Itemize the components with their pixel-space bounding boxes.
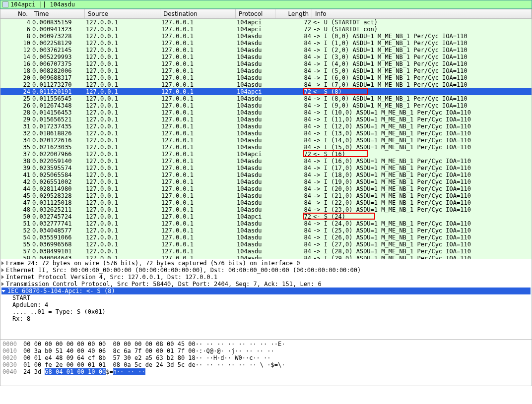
- packet-bytes-pane[interactable]: 000000 00 00 00 00 00 00 00 00 00 00 00 …: [0, 340, 532, 386]
- tree-tcp[interactable]: Transmission Control Protocol, Src Port:…: [1, 281, 531, 288]
- packet-row[interactable]: 320.018618826127.0.0.1127.0.0.1104asdu84…: [0, 130, 532, 137]
- packet-row[interactable]: 480.032625211127.0.0.1127.0.0.1104asdu84…: [0, 206, 532, 213]
- display-filter-input[interactable]: [10, 1, 530, 8]
- hex-row[interactable]: 000000 00 00 00 00 00 00 00 00 00 00 00 …: [2, 341, 530, 347]
- packet-row[interactable]: 280.014156453127.0.0.1127.0.0.1104asdu84…: [0, 109, 532, 116]
- collapse-icon[interactable]: [1, 290, 5, 292]
- packet-row[interactable]: 120.003762145127.0.0.1127.0.0.1104asdu84…: [0, 47, 532, 54]
- packet-row[interactable]: 220.011273270127.0.0.1127.0.0.1104asdu84…: [0, 81, 532, 88]
- packet-row[interactable]: 140.005229993127.0.0.1127.0.0.1104asdu84…: [0, 54, 532, 60]
- hex-row[interactable]: 001000 3a b0 51 40 00 40 06 8c 6a 7f 00 …: [2, 347, 530, 354]
- tree-sub-apdulen[interactable]: ApduLen: 4: [12, 301, 531, 308]
- tree-ethernet[interactable]: Ethernet II, Src: 00:00:00_00:00:00 (00:…: [1, 267, 531, 274]
- packet-row[interactable]: 540.035591066127.0.0.1127.0.0.1104asdu84…: [0, 234, 532, 241]
- expand-icon[interactable]: [1, 282, 4, 286]
- packet-row[interactable]: 370.022007966127.0.0.1127.0.0.1104apci72…: [0, 151, 532, 158]
- packet-row[interactable]: 40.000835159127.0.0.1127.0.0.1104apci72<…: [0, 19, 532, 26]
- col-protocol[interactable]: Protocol: [236, 9, 275, 18]
- packet-row[interactable]: 100.002258129127.0.0.1127.0.0.1104asdu84…: [0, 40, 532, 47]
- packet-row[interactable]: 350.021623035127.0.0.1127.0.0.1104asdu84…: [0, 144, 532, 151]
- tree-frame[interactable]: Frame 24: 72 bytes on wire (576 bits), 7…: [1, 260, 531, 267]
- tree-label: Ethernet II, Src: 00:00:00_00:00:00 (00:…: [6, 267, 361, 274]
- packet-row[interactable]: 580.040004643127.0.0.1127.0.0.1104asdu84…: [0, 255, 532, 259]
- tree-label: Transmission Control Protocol, Src Port:…: [6, 281, 322, 288]
- packet-row[interactable]: 80.000973228127.0.0.1127.0.0.1104asdu84-…: [0, 33, 532, 40]
- packet-row[interactable]: 180.008282006127.0.0.1127.0.0.1104asdu84…: [0, 67, 532, 74]
- packet-row[interactable]: 440.028114980127.0.0.1127.0.0.1104asdu84…: [0, 185, 532, 192]
- col-no[interactable]: No.: [0, 9, 31, 18]
- packet-row[interactable]: 470.031125018127.0.0.1127.0.0.1104asdu84…: [0, 199, 532, 206]
- tree-label: IEC 60870-5-104-Apci: <- S (8): [7, 288, 115, 294]
- tree-sub-type[interactable]: .... ..01 = Type: S (0x01): [12, 308, 531, 315]
- expand-icon[interactable]: [1, 261, 4, 265]
- packet-row[interactable]: 160.006707375127.0.0.1127.0.0.1104asdu84…: [0, 60, 532, 67]
- packet-row[interactable]: 510.032777741127.0.0.1127.0.0.1104asdu84…: [0, 220, 532, 227]
- tree-sub-rx[interactable]: Rx: 8: [12, 315, 531, 322]
- packet-row[interactable]: 410.025065584127.0.0.1127.0.0.1104asdu84…: [0, 172, 532, 178]
- bookmark-icon[interactable]: [2, 1, 8, 7]
- col-source[interactable]: Source: [85, 9, 160, 18]
- packet-row[interactable]: 200.009688317127.0.0.1127.0.0.1104asdu84…: [0, 74, 532, 81]
- tree-label: Internet Protocol Version 4, Src: 127.0.…: [6, 274, 217, 281]
- packet-row[interactable]: 380.022059140127.0.0.1127.0.0.1104asdu84…: [0, 158, 532, 165]
- packet-details-pane[interactable]: Frame 24: 72 bytes on wire (576 bits), 7…: [0, 259, 532, 340]
- packet-row[interactable]: 60.000941323127.0.0.1127.0.0.1104apci72-…: [0, 26, 532, 33]
- col-length[interactable]: Length: [275, 9, 312, 18]
- tree-label: Frame 24: 72 bytes on wire (576 bits), 7…: [6, 260, 300, 267]
- tree-ip[interactable]: Internet Protocol Version 4, Src: 127.0.…: [1, 274, 531, 281]
- expand-icon[interactable]: [1, 275, 4, 279]
- col-destination[interactable]: Destination: [160, 9, 236, 18]
- packet-row[interactable]: 520.034048577127.0.0.1127.0.0.1104asdu84…: [0, 227, 532, 234]
- display-filter-bar[interactable]: [0, 0, 532, 9]
- packet-list-header[interactable]: No. Time Source Destination Protocol Len…: [0, 9, 532, 19]
- expand-icon[interactable]: [1, 268, 4, 272]
- packet-row[interactable]: 340.020122616127.0.0.1127.0.0.1104asdu84…: [0, 137, 532, 144]
- packet-row[interactable]: 240.011520191127.0.0.1127.0.0.1104apci72…: [0, 88, 532, 95]
- packet-row[interactable]: 390.023595574127.0.0.1127.0.0.1104asdu84…: [0, 165, 532, 172]
- col-info[interactable]: Info: [312, 9, 532, 18]
- col-time[interactable]: Time: [31, 9, 85, 18]
- packet-row[interactable]: 450.029528328127.0.0.1127.0.0.1104asdu84…: [0, 192, 532, 199]
- hex-row[interactable]: 003001 00 fe 2e 00 00 01 01 08 0a 5c de …: [2, 361, 530, 368]
- tree-iec104-apci[interactable]: IEC 60870-5-104-Apci: <- S (8): [1, 288, 531, 294]
- packet-list-pane[interactable]: No. Time Source Destination Protocol Len…: [0, 9, 532, 259]
- packet-row[interactable]: 260.012674348127.0.0.1127.0.0.1104asdu84…: [0, 102, 532, 109]
- packet-row[interactable]: 500.032745724127.0.0.1127.0.0.1104apci72…: [0, 213, 532, 220]
- packet-row[interactable]: 250.011556545127.0.0.1127.0.0.1104asdu84…: [0, 95, 532, 102]
- packet-row[interactable]: 290.015656521127.0.0.1127.0.0.1104asdu84…: [0, 116, 532, 123]
- packet-row[interactable]: 420.026551002127.0.0.1127.0.0.1104asdu84…: [0, 178, 532, 185]
- packet-list-body[interactable]: 40.000835159127.0.0.1127.0.0.1104apci72<…: [0, 19, 532, 259]
- hex-row[interactable]: 004024 3d 68 04 01 00 10 00 $=h·· ·· ··: [2, 368, 530, 375]
- packet-row[interactable]: 570.038499101127.0.0.1127.0.0.1104asdu84…: [0, 248, 532, 255]
- packet-row[interactable]: 310.017237435127.0.0.1127.0.0.1104asdu84…: [0, 123, 532, 130]
- tree-sub-start[interactable]: START: [12, 294, 531, 301]
- packet-row[interactable]: 550.036996568127.0.0.1127.0.0.1104asdu84…: [0, 241, 532, 248]
- hex-row[interactable]: 002000 01 e4 48 09 64 cf 8b 57 30 e2 a5 …: [2, 354, 530, 361]
